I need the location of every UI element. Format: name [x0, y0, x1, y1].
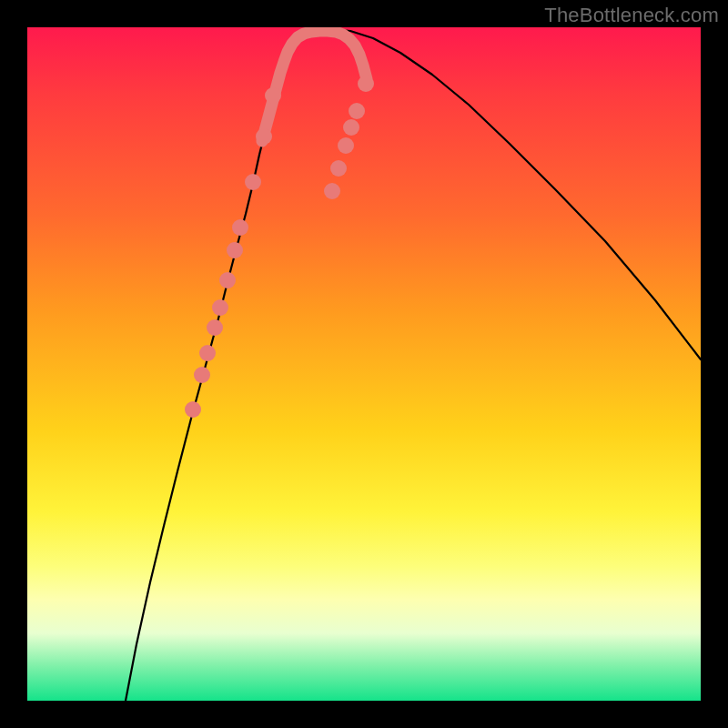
- data-point: [324, 183, 340, 199]
- chart-svg: [27, 27, 701, 701]
- data-point: [219, 272, 236, 288]
- data-point: [232, 219, 248, 236]
- data-point: [227, 242, 243, 258]
- data-point: [256, 128, 272, 145]
- data-point: [338, 137, 354, 154]
- data-point: [212, 299, 228, 316]
- watermark-text: TheBottleneck.com: [544, 4, 719, 27]
- data-point: [358, 76, 374, 92]
- data-point: [194, 367, 210, 383]
- data-point: [349, 103, 365, 119]
- data-point: [343, 119, 359, 136]
- data-point: [207, 319, 223, 336]
- outer-frame: TheBottleneck.com: [0, 0, 728, 728]
- data-point: [185, 401, 201, 418]
- data-point: [265, 87, 281, 104]
- bottleneck-curve: [126, 29, 701, 701]
- data-point: [199, 345, 216, 361]
- data-point: [330, 160, 347, 177]
- plot-area: [27, 27, 701, 701]
- data-point: [245, 174, 261, 190]
